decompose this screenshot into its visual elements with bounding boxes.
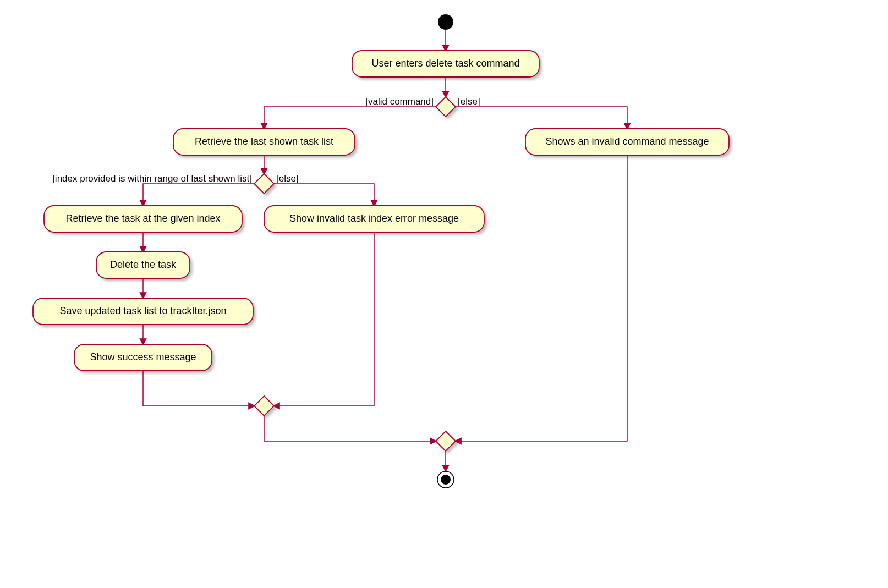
end-node-inner [441,475,451,485]
edge-decision2-right [274,184,374,206]
activity-delete-task-label: Delete the task [110,259,177,270]
edge-decision2-left [143,184,254,206]
activity-retrieve-list-label: Retrieve the last shown task list [195,136,333,147]
decision-index-range [254,174,274,194]
guard-else-2: [else] [276,173,299,184]
start-node [438,14,453,30]
edge-decision1-right [456,107,627,129]
activity-enter-command-label: User enters delete task command [371,58,519,69]
decision-valid-command [436,97,456,117]
activity-invalid-index-label: Show invalid task index error message [289,213,459,224]
activity-invalid-command-label: Shows an invalid command message [545,136,709,147]
activity-save-list-label: Save updated task list to trackIter.json [59,305,226,316]
edge-merge1-to-merge2 [264,416,436,441]
activity-retrieve-task-label: Retrieve the task at the given index [65,213,220,224]
edge-invalidindex-to-merge1 [274,232,374,406]
merge-outer [436,431,456,451]
merge-inner [254,396,274,416]
edge-invalidcmd-to-merge2 [456,155,627,441]
edge-success-to-merge1 [143,371,254,406]
activity-diagram: User enters delete task command [valid c… [0,0,888,588]
edge-decision1-left [264,107,436,129]
guard-index-in-range: [index provided is within range of last … [52,173,252,184]
activity-success-message-label: Show success message [90,351,196,362]
guard-else-1: [else] [458,96,480,107]
guard-valid-command: [valid command] [365,96,434,107]
